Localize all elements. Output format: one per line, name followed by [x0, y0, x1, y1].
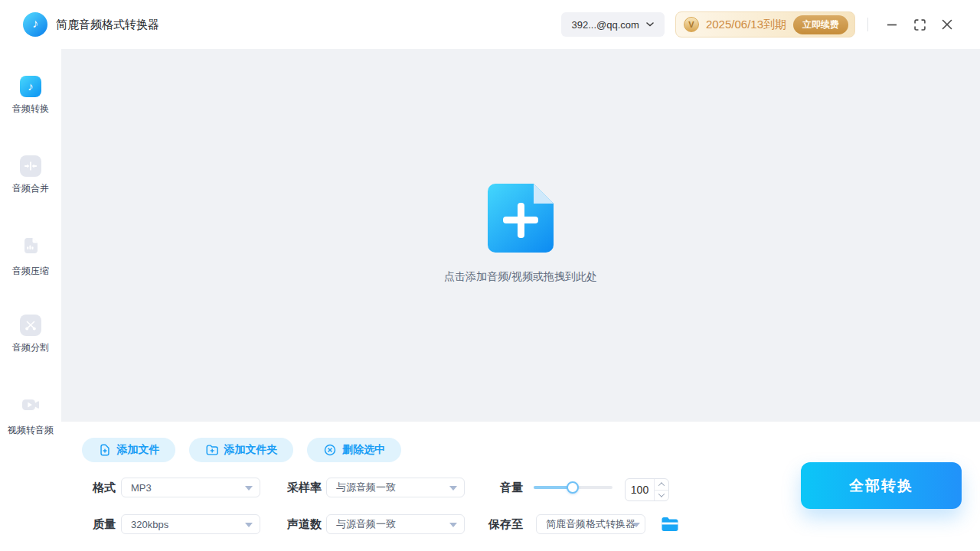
slider-handle[interactable]	[567, 481, 579, 494]
app-title: 简鹿音频格式转换器	[56, 18, 159, 32]
maximize-icon	[914, 19, 926, 31]
music-note-icon: ♪	[32, 18, 38, 30]
spinner-buttons	[654, 479, 668, 500]
sample-rate-value: 与源音频一致	[336, 481, 396, 494]
file-plus-icon	[98, 443, 112, 457]
sidebar-item-label: 音频转换	[12, 103, 49, 116]
save-to-value: 简鹿音频格式转换器	[546, 517, 635, 531]
sample-rate-select[interactable]: 与源音频一致	[326, 478, 465, 497]
volume-label: 音量	[500, 478, 523, 497]
compress-file-icon	[20, 235, 41, 259]
vip-expiry-text: 2025/06/13到期	[706, 18, 786, 32]
close-icon	[942, 19, 952, 30]
folder-plus-icon	[205, 443, 219, 457]
chevron-down-icon	[646, 22, 654, 27]
account-dropdown[interactable]: 392...@qq.com	[561, 12, 665, 37]
window-controls	[880, 13, 959, 36]
quality-value: 320kbps	[131, 519, 168, 530]
chevron-down-icon	[245, 523, 253, 527]
app-logo-icon: ♪	[23, 12, 47, 37]
add-folder-label: 添加文件夹	[224, 443, 278, 457]
drop-hint-text: 点击添加音频/视频或拖拽到此处	[444, 270, 597, 284]
sidebar-item-label: 视频转音频	[8, 424, 54, 437]
delete-selected-label: 删除选中	[342, 443, 385, 457]
titlebar-right: 392...@qq.com V 2025/06/13到期 立即续费	[561, 11, 959, 37]
renew-button[interactable]: 立即续费	[793, 15, 848, 34]
close-button[interactable]	[936, 13, 959, 36]
scissors-icon	[20, 315, 41, 336]
file-drop-area[interactable]: 点击添加音频/视频或拖拽到此处	[61, 49, 980, 422]
maximize-button[interactable]	[908, 13, 931, 36]
sidebar: ♪ 音频转换 音频合并 音频压缩	[0, 49, 61, 551]
sidebar-item-label: 音频压缩	[12, 265, 49, 278]
divider	[867, 18, 868, 31]
sidebar-item-audio-merge[interactable]: 音频合并	[0, 155, 61, 203]
spinner-up-button[interactable]	[655, 479, 668, 491]
volume-spinner	[625, 478, 669, 501]
minimize-icon	[887, 19, 897, 30]
sidebar-item-audio-split[interactable]: 音频分割	[0, 315, 61, 362]
quality-label: 质量	[93, 514, 116, 534]
vip-status-badge: V 2025/06/13到期 立即续费	[675, 11, 855, 37]
delete-selected-button[interactable]: 删除选中	[307, 438, 401, 462]
sample-rate-label: 采样率	[287, 478, 322, 497]
chevron-down-icon	[449, 523, 457, 527]
caret-down-icon	[658, 491, 665, 497]
browse-folder-button[interactable]	[660, 515, 680, 533]
volume-slider[interactable]	[534, 478, 612, 497]
vip-icon: V	[684, 17, 699, 32]
sidebar-item-audio-convert[interactable]: ♪ 音频转换	[0, 76, 61, 123]
chevron-down-icon	[632, 523, 640, 527]
sidebar-item-audio-compress[interactable]: 音频压缩	[0, 235, 61, 282]
add-file-button[interactable]: 添加文件	[82, 438, 175, 462]
minimize-button[interactable]	[880, 13, 903, 36]
quality-select[interactable]: 320kbps	[121, 514, 260, 534]
chevron-down-icon	[245, 486, 253, 491]
sidebar-item-label: 音频分割	[12, 341, 49, 354]
add-folder-button[interactable]: 添加文件夹	[189, 438, 293, 462]
channels-label: 声道数	[287, 514, 322, 534]
spinner-down-button[interactable]	[655, 491, 668, 501]
circle-x-icon	[323, 443, 337, 457]
add-file-label: 添加文件	[117, 443, 160, 457]
convert-all-button[interactable]: 全部转换	[801, 462, 962, 509]
sidebar-item-video-to-audio[interactable]: 视频转音频	[0, 394, 61, 442]
save-to-label: 保存至	[488, 514, 523, 534]
sidebar-item-label: 音频合并	[12, 182, 49, 195]
caret-up-icon	[658, 482, 665, 488]
format-value: MP3	[131, 482, 152, 494]
app-brand: ♪ 简鹿音频格式转换器	[23, 12, 159, 37]
title-bar: ♪ 简鹿音频格式转换器 392...@qq.com V 2025/06/13到期…	[0, 0, 980, 49]
format-select[interactable]: MP3	[121, 478, 260, 497]
account-email: 392...@qq.com	[572, 19, 639, 31]
merge-arrows-icon	[20, 155, 41, 177]
app-window: ♪ 简鹿音频格式转换器 392...@qq.com V 2025/06/13到期…	[0, 0, 980, 551]
volume-input[interactable]	[626, 479, 654, 500]
format-label: 格式	[93, 478, 116, 497]
file-plus-icon[interactable]	[488, 184, 554, 253]
video-camera-icon	[20, 394, 41, 419]
channels-select[interactable]: 与源音频一致	[326, 514, 465, 534]
folder-icon	[661, 517, 679, 532]
channels-value: 与源音频一致	[336, 517, 396, 531]
save-to-select[interactable]: 简鹿音频格式转换器	[536, 514, 645, 534]
chevron-down-icon	[449, 486, 457, 491]
music-note-icon: ♪	[20, 76, 41, 97]
